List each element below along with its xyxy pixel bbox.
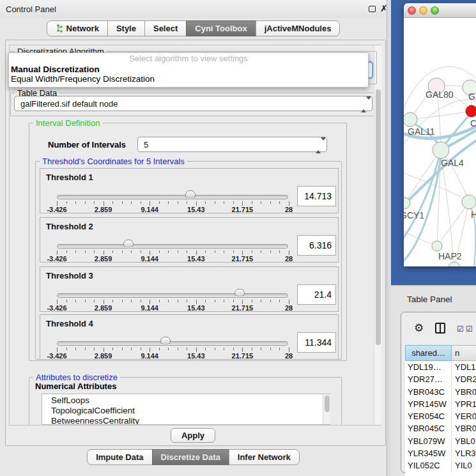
tick-label: 15.43 [187, 255, 205, 263]
cell-shared-name[interactable]: YER054C [405, 410, 452, 422]
scrollbar-thumb[interactable] [376, 89, 381, 345]
network-edge[interactable] [410, 111, 472, 119]
threshold-slider-thumb[interactable] [160, 337, 171, 344]
content-scrollbar[interactable] [374, 45, 381, 425]
table-row[interactable]: YIL052CYIL0 [405, 459, 476, 472]
threshold-slider-track[interactable] [57, 293, 288, 298]
checkbox-icon[interactable]: ☑ [457, 325, 464, 334]
tab-cyni-toolbox[interactable]: Cyni Toolbox [186, 20, 256, 36]
tick-mark [279, 201, 280, 204]
cell-shared-name[interactable]: YBL079W [405, 435, 452, 447]
tab-jactivemnodules[interactable]: jActiveMNodules [256, 20, 341, 36]
tick-mark [141, 201, 141, 204]
column-header-name[interactable]: n [452, 345, 476, 361]
control-panel-titlebar: Control Panel ✗ [0, 0, 387, 18]
algorithm-dropdown-popup: Select algorithm to view settings Manual… [8, 52, 369, 88]
table-row[interactable]: YPR145WYPR1 [405, 398, 476, 410]
cell-name[interactable]: YDL1 [452, 361, 476, 373]
cell-shared-name[interactable]: YLR345W [405, 447, 452, 459]
threshold-slider-thumb[interactable] [185, 190, 196, 197]
mac-zoom-button[interactable] [431, 6, 439, 15]
threshold-slider-thumb[interactable] [234, 289, 245, 296]
network-edge[interactable] [404, 150, 441, 203]
attributes-list-scrollbar[interactable] [323, 394, 330, 424]
tab-discretize-data[interactable]: Discretize Data [152, 449, 229, 465]
table-row[interactable]: YBR043CYBR0 [405, 386, 476, 398]
tab-select[interactable]: Select [144, 20, 187, 36]
bottom-tab-bar: Impute DataDiscretize DataInfer Network [0, 449, 387, 465]
network-node[interactable] [449, 262, 460, 266]
tick-mark [159, 250, 160, 253]
mac-close-button[interactable] [408, 6, 416, 15]
numerical-attributes-list[interactable]: SelfLoopsTopologicalCoefficientBetweenne… [42, 394, 330, 425]
cell-name[interactable]: YPR1 [452, 398, 476, 410]
tab-network[interactable]: Network [47, 20, 108, 36]
list-item[interactable]: BetweennessCentrality [51, 416, 330, 425]
threshold-slider-track[interactable] [57, 195, 288, 199]
list-item[interactable]: SelfLoops [51, 395, 330, 406]
table-row[interactable]: YBR045CYBR0 [405, 422, 476, 434]
checkbox-icon[interactable]: ☑ [466, 325, 473, 334]
tick-mark [270, 250, 271, 253]
cell-shared-name[interactable]: YIL052C [405, 459, 452, 472]
cell-shared-name[interactable]: YDL19… [405, 361, 452, 373]
cell-shared-name[interactable]: YBR043C [405, 386, 452, 398]
stepper-arrows-icon[interactable] [316, 141, 321, 150]
scrollbar-thumb[interactable] [325, 395, 330, 412]
cell-name[interactable]: YBL0 [452, 435, 476, 447]
cell-name[interactable]: YIL0 [452, 459, 476, 472]
network-node-gal11[interactable] [404, 112, 417, 127]
tab-style[interactable]: Style [107, 20, 145, 36]
algorithm-option-manual-discretization[interactable]: Manual Discretization [9, 65, 368, 74]
network-node-c[interactable] [466, 105, 476, 117]
number-of-intervals-spinner[interactable]: 5 [137, 137, 327, 152]
tick-mark [85, 201, 86, 204]
column-header-shared-name[interactable]: shared… [405, 345, 452, 361]
cell-name[interactable]: YBR0 [452, 422, 476, 434]
network-node-hap2[interactable] [432, 241, 442, 251]
group-title: Interval Definition [33, 118, 102, 128]
table-row[interactable]: YBL079WYBL0 [405, 435, 476, 447]
tick-mark [168, 201, 169, 204]
cell-shared-name[interactable]: YBR045C [405, 422, 452, 434]
cell-name[interactable]: YLR3 [452, 447, 476, 459]
cell-shared-name[interactable]: YDR27… [405, 373, 452, 385]
cell-name[interactable]: YDR2 [452, 373, 476, 385]
cell-shared-name[interactable]: YPR145W [405, 398, 452, 410]
tab-label: Cyni Toolbox [195, 21, 247, 36]
table-row[interactable]: YER054CYER0 [405, 410, 476, 422]
table-row[interactable]: YDR27…YDR2 [405, 373, 476, 385]
float-window-icon[interactable] [369, 6, 376, 12]
threshold-value-field[interactable]: 6.316 [297, 235, 336, 256]
split-columns-icon[interactable] [435, 323, 445, 334]
network-canvas[interactable]: GAL80GACGAL11GAL4GCY1HHAP2 [404, 18, 476, 266]
tick-mark [187, 348, 187, 350]
thumb-tip [125, 246, 132, 250]
node-attribute-table[interactable]: shared… n YDL19…YDL1YDR27…YDR2YBR043CYBR… [405, 345, 476, 476]
cell-name[interactable]: YER0 [452, 410, 476, 422]
tick-mark [205, 300, 206, 302]
table-data-combobox[interactable]: galFiltered.sif default node [14, 96, 372, 111]
algorithm-option-equal-width-frequency-discretization[interactable]: Equal Width/Frequency Discretization [9, 74, 368, 84]
network-node-h[interactable] [462, 195, 476, 209]
threshold-slider-track[interactable] [57, 341, 288, 346]
threshold-value-field[interactable]: 14.713 [297, 186, 336, 206]
network-graph[interactable]: GAL80GACGAL11GAL4GCY1HHAP2 [404, 18, 476, 266]
threshold-value-field[interactable]: 11.344 [297, 332, 336, 353]
list-item[interactable]: TopologicalCoefficient [51, 406, 330, 416]
threshold-slider-track[interactable] [57, 244, 288, 249]
cell-name[interactable]: YBR0 [452, 386, 476, 398]
network-window-titlebar[interactable] [404, 3, 476, 18]
table-row[interactable]: YDL19…YDL1 [405, 361, 476, 373]
tab-impute-data[interactable]: Impute Data [87, 449, 152, 465]
threshold-slider-thumb[interactable] [123, 240, 134, 247]
tab-infer-network[interactable]: Infer Network [229, 449, 300, 465]
network-node-gal4[interactable] [433, 142, 449, 158]
stepper-arrows-icon[interactable] [361, 100, 367, 109]
apply-button[interactable]: Apply [171, 428, 215, 443]
mac-minimize-button[interactable] [419, 6, 427, 15]
close-icon[interactable]: ✗ [380, 3, 388, 13]
gear-icon[interactable]: ⚙ [414, 321, 424, 334]
threshold-value-field[interactable]: 21.4 [297, 284, 336, 305]
table-row[interactable]: YLR345WYLR3 [405, 447, 476, 459]
